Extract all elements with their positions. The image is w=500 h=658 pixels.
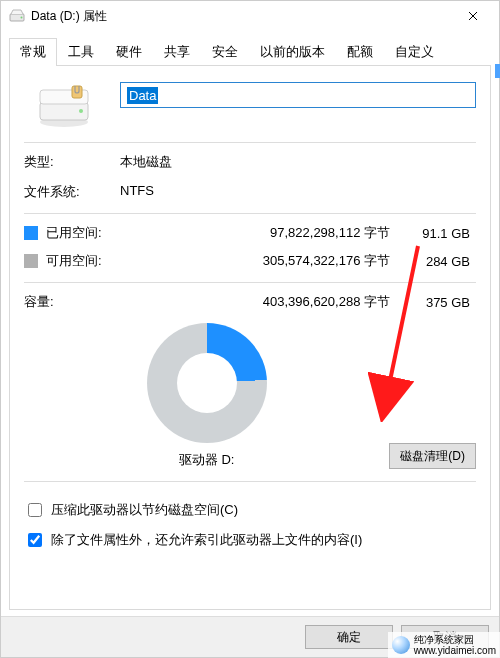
watermark-logo-icon: [392, 636, 410, 654]
drive-icon: [9, 8, 25, 24]
compress-checkbox[interactable]: [28, 503, 42, 517]
separator: [24, 282, 476, 283]
compress-label: 压缩此驱动器以节约磁盘空间(C): [51, 501, 238, 519]
index-label: 除了文件属性外，还允许索引此驱动器上文件的内容(I): [51, 531, 362, 549]
separator: [24, 142, 476, 143]
svg-point-5: [79, 109, 83, 113]
used-bytes: 97,822,298,112 字节: [120, 224, 396, 242]
tab-custom[interactable]: 自定义: [384, 38, 445, 66]
free-swatch-icon: [24, 254, 38, 268]
capacity-bytes: 403,396,620,288 字节: [120, 293, 396, 311]
tab-panel-general: Data 类型: 本地磁盘 文件系统: NTFS 已用空间: 97,822,29…: [9, 65, 491, 610]
volume-label-text: Data: [127, 87, 158, 104]
separator: [24, 481, 476, 482]
tabs-row: 常规 工具 硬件 共享 安全 以前的版本 配额 自定义: [9, 37, 491, 65]
separator: [24, 213, 476, 214]
volume-label-input[interactable]: Data: [120, 82, 476, 108]
filesystem-value: NTFS: [120, 183, 476, 201]
titlebar: Data (D:) 属性: [1, 1, 499, 31]
used-swatch-icon: [24, 226, 38, 240]
filesystem-label: 文件系统:: [24, 183, 120, 201]
disk-cleanup-button[interactable]: 磁盘清理(D): [389, 443, 476, 469]
used-label: 已用空间:: [46, 224, 120, 242]
usage-donut-chart: [147, 323, 267, 443]
free-gb: 284 GB: [396, 254, 476, 269]
tab-general[interactable]: 常规: [9, 38, 57, 66]
edge-strip: [495, 64, 500, 78]
close-button[interactable]: [451, 1, 495, 31]
index-checkbox[interactable]: [28, 533, 42, 547]
svg-point-1: [21, 17, 23, 19]
tab-tools[interactable]: 工具: [57, 38, 105, 66]
close-icon: [468, 11, 478, 21]
free-label: 可用空间:: [46, 252, 120, 270]
svg-rect-6: [72, 86, 82, 98]
tab-hardware[interactable]: 硬件: [105, 38, 153, 66]
drive-large-icon: [24, 82, 104, 130]
type-label: 类型:: [24, 153, 120, 171]
capacity-label: 容量:: [24, 293, 120, 311]
window-title: Data (D:) 属性: [31, 8, 451, 25]
tab-security[interactable]: 安全: [201, 38, 249, 66]
tab-previous[interactable]: 以前的版本: [249, 38, 336, 66]
drive-letter-label: 驱动器 D:: [179, 451, 235, 469]
compress-option[interactable]: 压缩此驱动器以节约磁盘空间(C): [24, 500, 476, 520]
used-gb: 91.1 GB: [396, 226, 476, 241]
tab-sharing[interactable]: 共享: [153, 38, 201, 66]
index-option[interactable]: 除了文件属性外，还允许索引此驱动器上文件的内容(I): [24, 530, 476, 550]
type-value: 本地磁盘: [120, 153, 476, 171]
watermark-title: 纯净系统家园: [414, 634, 496, 645]
tab-quota[interactable]: 配额: [336, 38, 384, 66]
watermark-url: www.yidaimei.com: [414, 645, 496, 656]
capacity-gb: 375 GB: [396, 295, 476, 310]
free-bytes: 305,574,322,176 字节: [120, 252, 396, 270]
watermark: 纯净系统家园 www.yidaimei.com: [388, 632, 500, 658]
ok-button[interactable]: 确定: [305, 625, 393, 649]
